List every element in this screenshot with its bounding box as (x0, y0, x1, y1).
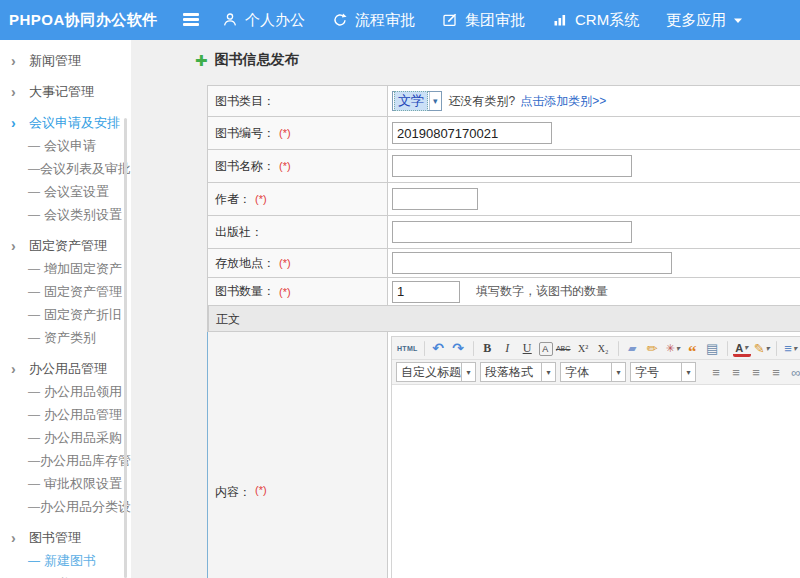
item-prefix-icon: — (28, 454, 40, 468)
field-label-location: 存放地点： (*) (208, 249, 388, 277)
row-book-category: 图书类目： 文学 ▾ 还没有类别? 点击添加类别>> (208, 86, 800, 117)
sidebar-scrollbar[interactable] (124, 118, 127, 578)
main-content: ✚ 图书信息发布 图书类目： 文学 ▾ 还没有类别? 点击添加类别>> (131, 40, 800, 578)
italic-icon[interactable]: I (499, 339, 517, 357)
item-prefix-icon: — (28, 477, 44, 491)
location-input[interactable] (392, 252, 672, 274)
quick-format-icon[interactable]: ✳▾ (664, 339, 682, 357)
author-input[interactable] (392, 188, 478, 210)
paragraph-format-select[interactable]: 段落格式 ▾ (480, 362, 556, 382)
sidebar-item-asset-category[interactable]: — 资产类别 (0, 326, 131, 349)
item-label: 大事记管理 (29, 83, 94, 101)
quantity-hint: 填写数字，该图书的数量 (476, 283, 608, 300)
sidebar-item-new-book[interactable]: — 新建图书 (0, 549, 131, 572)
editor-toolbar-row2: 自定义标题 ▾ 段落格式 ▾ 字体 ▾ 字号 ▾ (392, 360, 800, 385)
nav-group-approval[interactable]: 集团审批 (442, 11, 525, 30)
blockquote-icon[interactable]: “ (684, 339, 702, 357)
redo-icon[interactable]: ↷ (450, 339, 468, 357)
caret-down-icon: ▾ (681, 363, 695, 381)
custom-heading-select[interactable]: 自定义标题 ▾ (396, 362, 476, 382)
link-icon[interactable]: ∞ (787, 363, 800, 381)
toolbar-separator (424, 341, 425, 356)
sidebar-item-meeting-room-setup[interactable]: — 会议室设置 (0, 180, 131, 203)
item-prefix-icon: — (28, 431, 44, 445)
font-color-icon[interactable]: A▾ (733, 342, 751, 357)
item-prefix-icon: › (11, 361, 29, 377)
quantity-input[interactable] (392, 281, 460, 303)
hamburger-menu-icon[interactable] (183, 13, 201, 27)
align-right-icon[interactable]: ≡ (747, 363, 765, 381)
book-name-input[interactable] (392, 155, 632, 177)
item-label: 会议列表及审批 (40, 160, 131, 178)
source-code-button[interactable]: HTML (397, 339, 419, 357)
add-category-link[interactable]: 点击添加类别>> (520, 93, 606, 110)
caret-down-icon (733, 17, 743, 24)
nav-more-apps[interactable]: 更多应用 (666, 11, 743, 30)
font-family-select[interactable]: 字体 ▾ (560, 362, 626, 382)
sidebar-item-meeting-list-approve[interactable]: — 会议列表及审批 (0, 157, 131, 180)
item-prefix-icon: — (28, 139, 44, 153)
sidebar-item-meeting-apply[interactable]: — 会议申请 (0, 134, 131, 157)
category-select[interactable]: 文学 ▾ (392, 91, 442, 111)
item-label: 会议类别设置 (44, 206, 122, 224)
item-label: 固定资产管理 (29, 237, 107, 255)
publisher-input[interactable] (392, 221, 632, 243)
sidebar-group-news[interactable]: › 新闻管理 (0, 49, 131, 72)
align-left-icon[interactable]: ≡ (707, 363, 725, 381)
font-name-icon[interactable]: A (539, 342, 553, 356)
sidebar-item-supplies-purchase[interactable]: — 办公用品采购 (0, 426, 131, 449)
item-prefix-icon: › (11, 84, 29, 100)
sidebar-group-office-supplies[interactable]: › 办公用品管理 (0, 357, 131, 380)
bold-icon[interactable]: B (479, 339, 497, 357)
sidebar-item-supplies-category[interactable]: — 办公用品分类设置 (0, 495, 131, 518)
row-book-name: 图书名称： (*) (208, 150, 800, 183)
align-center-icon[interactable]: ≡ (727, 363, 745, 381)
category-note: 还没有类别? (449, 93, 516, 110)
sidebar-item-add-fixed-asset[interactable]: — 增加固定资产 (0, 257, 131, 280)
editor-content-area[interactable] (392, 385, 800, 578)
item-prefix-icon: — (28, 162, 40, 176)
sidebar-group-fixed-assets[interactable]: › 固定资产管理 (0, 234, 131, 257)
sidebar-item-approval-permission[interactable]: — 审批权限设置 (0, 472, 131, 495)
nav-personal-office[interactable]: 个人办公 (222, 11, 305, 30)
edit-square-icon (442, 12, 458, 28)
sidebar-item-asset-depreciation[interactable]: — 固定资产折旧 (0, 303, 131, 326)
sidebar-item-fixed-asset-manage[interactable]: — 固定资产管理 (0, 280, 131, 303)
paste-plain-icon[interactable]: ▤ (704, 339, 722, 357)
field-label-category: 图书类目： (208, 86, 388, 116)
sidebar: › 新闻管理 › 大事记管理 › 会议申请及安排 — 会议申请 — 会议列表及审… (0, 40, 131, 578)
nav-workflow-approval[interactable]: 流程审批 (332, 11, 415, 30)
top-navigation: 个人办公 流程审批 集团审批 CRM系统 更多应用 (222, 0, 743, 40)
item-prefix-icon: › (11, 53, 29, 69)
ordered-list-icon[interactable]: ≡▾ (782, 339, 800, 357)
sidebar-item-meeting-category[interactable]: — 会议类别设置 (0, 203, 131, 226)
sidebar-item-book-manage[interactable]: — 图书管理 (0, 572, 131, 578)
item-label: 会议申请 (44, 137, 96, 155)
rich-text-editor: HTML ↶ ↷ B I (391, 336, 800, 578)
subscript-icon[interactable]: X₂ (595, 339, 613, 357)
page-title: 图书信息发布 (215, 51, 299, 69)
strikethrough-icon[interactable]: ABC (555, 339, 573, 357)
book-no-input[interactable] (392, 122, 552, 144)
undo-icon[interactable]: ↶ (430, 339, 448, 357)
field-label-publisher: 出版社： (208, 216, 388, 248)
sidebar-item-supplies-inventory[interactable]: — 办公用品库存管理 (0, 449, 131, 472)
sidebar-group-meetings[interactable]: › 会议申请及安排 (0, 111, 131, 134)
plus-icon: ✚ (195, 53, 208, 68)
item-label: 图书管理 (44, 575, 96, 578)
sidebar-group-milestones[interactable]: › 大事记管理 (0, 80, 131, 103)
superscript-icon[interactable]: X² (575, 339, 593, 357)
sidebar-item-supplies-claim[interactable]: — 办公用品领用 (0, 380, 131, 403)
underline-icon[interactable]: U (519, 339, 537, 357)
sidebar-group-books[interactable]: › 图书管理 (0, 526, 131, 549)
eraser-icon[interactable]: ▰ (624, 339, 642, 357)
nav-crm-system[interactable]: CRM系统 (552, 11, 639, 30)
align-justify-icon[interactable]: ≡ (767, 363, 785, 381)
toolbar-separator (727, 341, 728, 356)
highlight-pen-icon[interactable]: ✎▾ (753, 339, 771, 357)
format-brush-icon[interactable]: ✏ (644, 339, 662, 357)
sidebar-item-supplies-manage[interactable]: — 办公用品管理 (0, 403, 131, 426)
item-prefix-icon: — (28, 554, 44, 568)
font-size-select[interactable]: 字号 ▾ (630, 362, 696, 382)
book-form: 图书类目： 文学 ▾ 还没有类别? 点击添加类别>> 图书编号： (*) (207, 85, 800, 578)
